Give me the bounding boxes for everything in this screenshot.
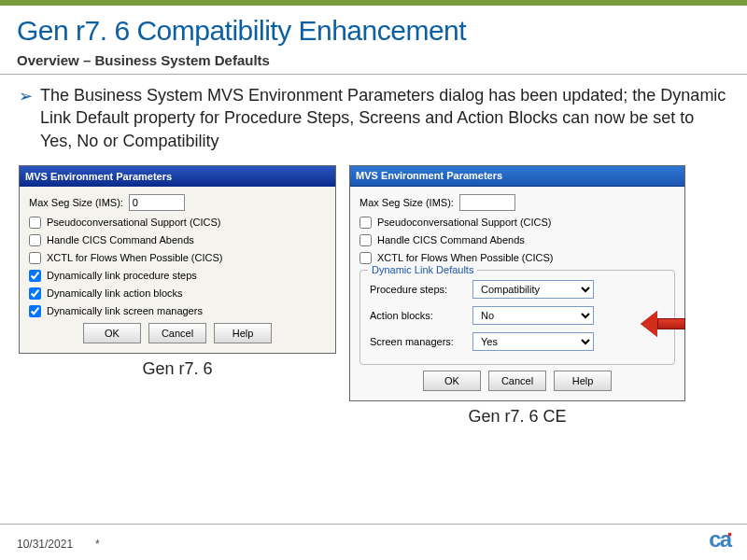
cancel-button[interactable]: Cancel: [488, 371, 546, 391]
max-seg-input[interactable]: [459, 194, 515, 211]
combo-label: Procedure steps:: [370, 284, 472, 295]
new-dialog: MVS Environment Parameters Max Seg Size …: [349, 165, 685, 401]
checkbox[interactable]: [359, 217, 372, 229]
slide-footer: 10/31/2021 *: [0, 538, 747, 551]
ok-button[interactable]: OK: [423, 371, 481, 391]
checkbox-label: Handle CICS Command Abends: [377, 234, 525, 245]
checkbox-row: Pseudoconversational Support (CICS): [29, 217, 326, 229]
checkbox[interactable]: [29, 252, 41, 264]
footer-date: 10/31/2021: [17, 538, 73, 551]
dynamic-link-group: Dynamic Link Defaults Procedure steps:Co…: [359, 270, 675, 365]
combo-label: Action blocks:: [370, 310, 472, 321]
combo-row: Screen managers:Yes: [370, 332, 665, 351]
combo-select[interactable]: No: [472, 306, 594, 325]
old-caption: Gen r7. 6: [142, 359, 212, 379]
bullet-text: The Business System MVS Environment Para…: [40, 84, 728, 152]
checkbox-row: XCTL for Flows When Possible (CICS): [29, 252, 326, 264]
checkbox[interactable]: [29, 234, 41, 246]
checkbox-label: Pseudoconversational Support (CICS): [47, 217, 220, 228]
combo-select[interactable]: Compatibility: [472, 280, 594, 299]
checkbox-row: Handle CICS Command Abends: [359, 234, 675, 246]
checkbox-row: Handle CICS Command Abends: [29, 234, 326, 246]
ok-button[interactable]: OK: [83, 323, 141, 343]
slide-subtitle: Overview – Business System Defaults: [0, 50, 747, 75]
checkbox-label: XCTL for Flows When Possible (CICS): [377, 252, 553, 263]
checkbox[interactable]: [359, 252, 372, 264]
max-seg-label: Max Seg Size (IMS):: [359, 197, 454, 208]
new-caption: Gen r7. 6 CE: [468, 407, 566, 427]
checkbox[interactable]: [29, 217, 41, 229]
highlight-arrow-icon: [641, 311, 689, 337]
checkbox-label: Dynamically link action blocks: [47, 287, 183, 299]
combo-label: Screen managers:: [370, 336, 472, 347]
checkbox-row: XCTL for Flows When Possible (CICS): [359, 252, 675, 264]
slide-title: Gen r7. 6 Compatibility Enhancement: [0, 6, 747, 50]
checkbox-label: Dynamically link procedure steps: [47, 270, 197, 281]
checkbox-row: Pseudoconversational Support (CICS): [359, 217, 675, 229]
checkbox-label: Handle CICS Command Abends: [47, 234, 194, 245]
checkbox-label: Pseudoconversational Support (CICS): [377, 217, 551, 228]
combo-row: Action blocks:No: [370, 306, 665, 325]
dialog-titlebar: MVS Environment Parameters: [20, 166, 335, 187]
checkbox[interactable]: [29, 270, 41, 282]
ca-logo: ca▪: [709, 526, 730, 553]
cancel-button[interactable]: Cancel: [148, 323, 206, 343]
checkbox-row: Dynamically link screen managers: [29, 305, 326, 317]
old-dialog: MVS Environment Parameters Max Seg Size …: [19, 165, 336, 354]
help-button[interactable]: Help: [214, 323, 272, 343]
max-seg-input[interactable]: [129, 194, 185, 211]
checkbox-label: Dynamically link screen managers: [47, 305, 203, 316]
combo-row: Procedure steps:Compatibility: [370, 280, 665, 299]
checkbox[interactable]: [29, 305, 41, 317]
max-seg-label: Max Seg Size (IMS):: [29, 197, 123, 208]
combo-select[interactable]: Yes: [472, 332, 594, 351]
bullet-item: ➢ The Business System MVS Environment Pa…: [19, 84, 728, 152]
checkbox-row: Dynamically link action blocks: [29, 287, 326, 300]
dialog-titlebar: MVS Environment Parameters: [350, 166, 684, 187]
checkbox-row: Dynamically link procedure steps: [29, 270, 326, 282]
chevron-icon: ➢: [19, 85, 33, 152]
checkbox-label: XCTL for Flows When Possible (CICS): [47, 252, 222, 263]
group-title: Dynamic Link Defaults: [368, 264, 477, 275]
footer-mark: *: [95, 538, 100, 551]
checkbox[interactable]: [359, 234, 372, 246]
help-button[interactable]: Help: [554, 371, 612, 391]
checkbox[interactable]: [29, 287, 41, 300]
